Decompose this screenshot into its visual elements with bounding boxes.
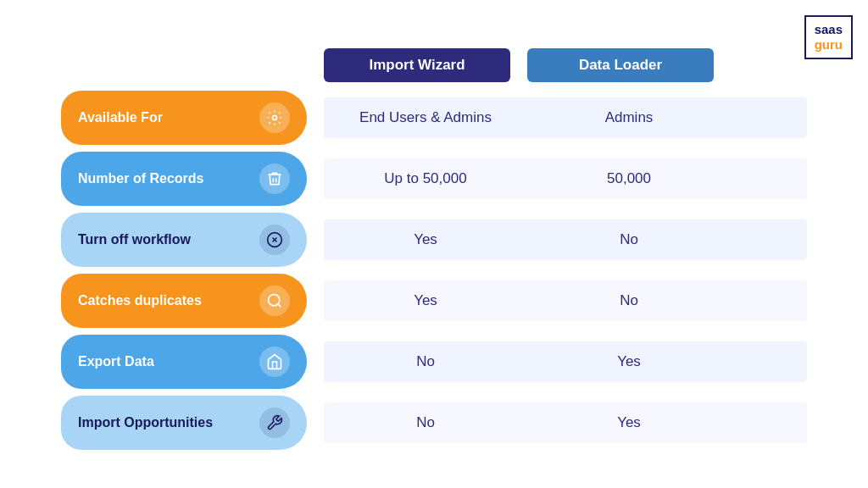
search-icon (259, 286, 290, 316)
svg-point-4 (269, 295, 280, 306)
cell-data-loader: 50,000 (536, 158, 722, 199)
cell-data-loader: Yes (536, 402, 722, 443)
cell-data-loader: Yes (536, 341, 722, 382)
cell-import-wizard: Up to 50,000 (332, 158, 519, 199)
cell-import-wizard: Yes (332, 280, 519, 321)
table-header: Import Wizard Data Loader (324, 48, 807, 82)
table-row: Number of Records Up to 50,000 50,000 (61, 152, 807, 206)
row-values: Up to 50,000 50,000 (324, 158, 807, 199)
comparison-table: Import Wizard Data Loader Available For … (61, 48, 807, 457)
svg-point-0 (273, 116, 277, 120)
trash-icon (259, 164, 290, 194)
row-label-text: Import Opportunities (78, 415, 259, 430)
logo-line1: saas (815, 22, 843, 37)
row-values: No Yes (324, 341, 807, 382)
cell-data-loader: No (536, 280, 722, 321)
x-circle-icon (259, 225, 290, 255)
cell-import-wizard: Yes (332, 219, 519, 260)
cell-import-wizard: No (332, 341, 519, 382)
row-label-text: Number of Records (78, 171, 259, 186)
tools-icon (259, 408, 290, 438)
row-values: End Users & Admins Admins (324, 97, 807, 138)
row-label-text: Catches duplicates (78, 293, 259, 308)
cell-data-loader: No (536, 219, 722, 260)
cell-data-loader: Admins (536, 97, 722, 138)
table-row: Export Data No Yes (61, 335, 807, 389)
home-icon (259, 347, 290, 377)
table-body: Available For End Users & Admins Admins … (61, 91, 807, 450)
row-label-1: Number of Records (61, 152, 307, 206)
table-row: Turn off workflow Yes No (61, 213, 807, 267)
table-row: Import Opportunities No Yes (61, 396, 807, 450)
row-label-text: Turn off workflow (78, 232, 259, 247)
table-row: Available For End Users & Admins Admins (61, 91, 807, 145)
row-label-2: Turn off workflow (61, 213, 307, 267)
cell-import-wizard: End Users & Admins (332, 97, 519, 138)
row-label-text: Available For (78, 110, 259, 125)
row-values: No Yes (324, 402, 807, 443)
row-values: Yes No (324, 219, 807, 260)
row-label-0: Available For (61, 91, 307, 145)
row-values: Yes No (324, 280, 807, 321)
settings-icon (259, 103, 290, 133)
row-label-4: Export Data (61, 335, 307, 389)
row-label-5: Import Opportunities (61, 396, 307, 450)
table-row: Catches duplicates Yes No (61, 274, 807, 328)
svg-line-5 (278, 304, 281, 308)
row-label-3: Catches duplicates (61, 274, 307, 328)
cell-import-wizard: No (332, 402, 519, 443)
data-loader-header: Data Loader (527, 48, 714, 82)
row-label-text: Export Data (78, 354, 259, 369)
logo-line2: guru (815, 37, 843, 53)
import-wizard-header: Import Wizard (324, 48, 510, 82)
logo: saas guru (804, 15, 853, 59)
